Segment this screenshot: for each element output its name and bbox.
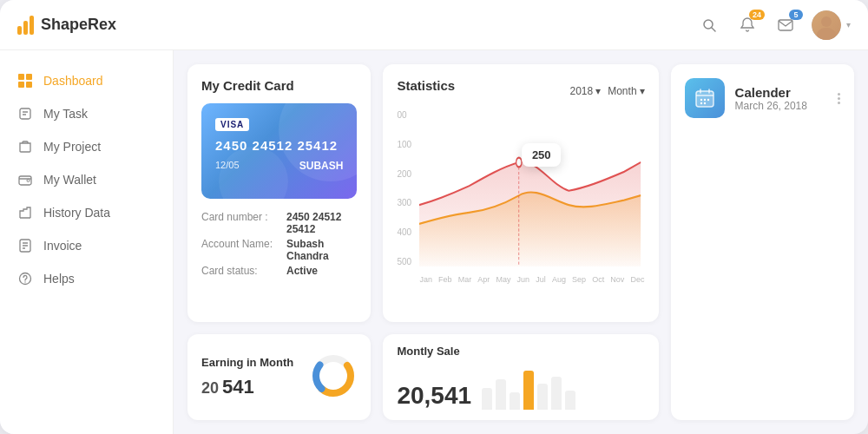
svg-point-25 (703, 102, 705, 104)
card-holder: SUBASH (299, 160, 344, 172)
logo-bar-1 (17, 26, 22, 35)
x-axis-labels: JanFebMarAprMayJun JulAugSepOctNovDec (419, 275, 644, 284)
monthly-sale-card: Montly Sale 20,541 (383, 334, 658, 420)
credit-card-card: My Credit Card VISA 2450 24512 25412 12/… (187, 64, 371, 322)
calendar-icon-box (685, 78, 725, 118)
calendar-card: Calender March 26, 2018 (671, 64, 854, 420)
stats-header: Statistics 2018 ▾ Month ▾ (397, 78, 644, 103)
earning-card: Earning in Month 20 541 (187, 334, 371, 420)
search-button[interactable] (697, 13, 721, 37)
visa-label: VISA (215, 118, 249, 131)
period-label: Month (608, 85, 636, 97)
calendar-date: March 26, 2018 (735, 100, 807, 112)
sidebar-label-invoice: Invoice (43, 239, 82, 253)
mail-badge: 5 (789, 10, 803, 20)
user-avatar-button[interactable]: ▾ (812, 10, 851, 40)
sidebar: Dashboard My Task (0, 50, 174, 434)
visa-card: VISA 2450 24512 25412 12/05 SUBASH (201, 103, 357, 199)
card-details: Card number : 2450 24512 25412 Account N… (201, 211, 357, 277)
period-dropdown[interactable]: Month ▾ (608, 85, 644, 97)
svg-point-21 (700, 99, 701, 101)
svg-point-3 (821, 16, 832, 27)
svg-point-9 (27, 180, 30, 182)
year-label: 2018 (570, 85, 594, 97)
card-detail-status: Card status: Active (201, 265, 357, 277)
svg-rect-5 (20, 108, 30, 119)
svg-point-4 (817, 28, 836, 40)
chart-tooltip: 250 (522, 143, 562, 167)
top-bar-actions: 24 5 ▾ (697, 10, 851, 40)
notification-button[interactable]: 24 (735, 13, 760, 37)
card-status-label: Card status: (201, 265, 279, 277)
svg-point-24 (700, 102, 701, 104)
sidebar-label-helps: Helps (43, 272, 75, 286)
svg-point-16 (24, 281, 25, 282)
svg-line-1 (712, 28, 715, 31)
earning-text: Earning in Month 20 541 (201, 356, 293, 399)
project-icon (17, 139, 33, 155)
logo-bar-3 (30, 16, 34, 35)
top-bar: ShapeRex 24 5 (0, 0, 868, 50)
card-number-value: 2450 24512 25412 (286, 211, 357, 235)
year-chevron: ▾ (595, 85, 601, 97)
avatar-chevron: ▾ (846, 20, 851, 30)
avatar (812, 10, 841, 40)
sidebar-label-my-project: My Project (43, 140, 101, 154)
content-area: My Credit Card VISA 2450 24512 25412 12/… (174, 50, 868, 434)
history-icon (17, 205, 33, 220)
line-chart-svg (419, 110, 641, 266)
earning-title: Earning in Month (201, 356, 293, 369)
sidebar-item-my-task[interactable]: My Task (0, 97, 173, 130)
tooltip-value: 250 (532, 148, 551, 161)
earning-amount: 20 541 (201, 372, 293, 399)
account-name-value: Subash Chandra (286, 238, 357, 262)
card-number-label: Card number : (201, 211, 279, 235)
period-chevron: ▾ (640, 85, 645, 97)
bar-chart (482, 366, 575, 410)
app-name: ShapeRex (41, 16, 116, 34)
sidebar-item-history-data[interactable]: History Data (0, 196, 173, 229)
sidebar-item-invoice[interactable]: Invoice (0, 229, 173, 262)
donut-chart (310, 352, 357, 403)
help-icon (17, 271, 33, 286)
sidebar-item-my-wallet[interactable]: My Wallet (0, 163, 173, 196)
wallet-icon (17, 172, 33, 187)
logo-icon (17, 16, 34, 35)
task-icon (17, 106, 33, 122)
sidebar-item-helps[interactable]: Helps (0, 262, 173, 295)
card-detail-name: Account Name: Subash Chandra (201, 238, 357, 262)
chart-inner: 250 (419, 110, 641, 266)
notification-badge: 24 (749, 10, 765, 20)
calendar-title: Calender (735, 85, 807, 100)
card-expiry: 12/05 (215, 160, 240, 172)
sidebar-item-dashboard[interactable]: Dashboard (0, 64, 173, 97)
calendar-header: Calender March 26, 2018 (685, 78, 840, 118)
credit-card-title: My Credit Card (201, 78, 357, 93)
card-detail-number: Card number : 2450 24512 25412 (201, 211, 357, 235)
card-status-value: Active (286, 265, 318, 277)
account-name-label: Account Name: (201, 238, 279, 262)
logo-bar-2 (23, 21, 28, 35)
card-number-display: 2450 24512 25412 (215, 138, 343, 153)
sidebar-label-history-data: History Data (43, 206, 110, 220)
monthly-sale-title: Montly Sale (397, 345, 644, 358)
calendar-text: Calender March 26, 2018 (735, 85, 807, 112)
stats-controls: 2018 ▾ Month ▾ (570, 85, 645, 97)
mail-button[interactable]: 5 (773, 13, 798, 37)
calendar-menu[interactable] (838, 93, 840, 104)
main-layout: Dashboard My Task (0, 50, 868, 434)
year-dropdown[interactable]: 2018 ▾ (570, 85, 602, 97)
statistics-title: Statistics (397, 78, 455, 93)
svg-point-22 (703, 99, 705, 101)
statistics-card: Statistics 2018 ▾ Month ▾ 500 (383, 64, 658, 322)
sidebar-label-dashboard: Dashboard (43, 74, 103, 88)
invoice-icon (17, 238, 33, 253)
sidebar-label-my-wallet: My Wallet (43, 173, 96, 187)
chart-area: 50040030020010000 (397, 110, 644, 284)
sidebar-item-my-project[interactable]: My Project (0, 130, 173, 163)
monthly-sale-amount: 20,541 (397, 382, 471, 410)
logo-area: ShapeRex (17, 16, 191, 35)
y-axis-labels: 50040030020010000 (397, 110, 419, 266)
svg-point-23 (707, 99, 708, 101)
sidebar-label-my-task: My Task (43, 107, 88, 121)
